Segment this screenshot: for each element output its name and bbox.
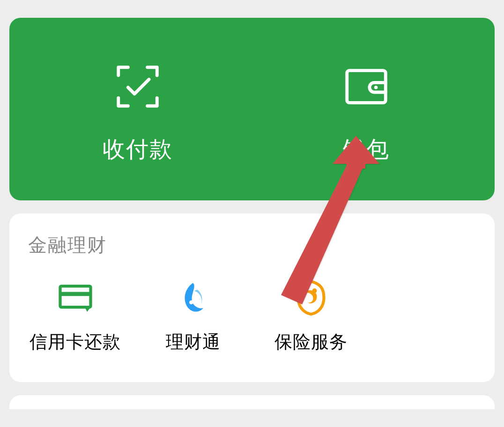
insurance-button[interactable]: 保险服务 — [252, 277, 370, 354]
finance-section-title: 金融理财 — [9, 232, 495, 258]
svg-rect-2 — [60, 286, 90, 307]
next-section-card — [9, 395, 495, 409]
insurance-label: 保险服务 — [274, 330, 348, 354]
credit-card-repay-label: 信用卡还款 — [30, 330, 121, 354]
wallet-button[interactable]: 钱包 — [252, 49, 481, 164]
svg-point-5 — [312, 288, 317, 293]
wallet-label: 钱包 — [343, 134, 390, 164]
svg-rect-3 — [60, 292, 90, 296]
pay-receive-label: 收付款 — [103, 134, 173, 164]
svg-point-4 — [189, 300, 193, 304]
credit-card-repay-button[interactable]: 信用卡还款 — [16, 277, 134, 354]
scan-check-icon — [110, 59, 166, 115]
svg-rect-0 — [347, 71, 386, 103]
finance-services-grid: 信用卡还款 理财通 保险服务 — [9, 277, 495, 354]
svg-point-1 — [374, 86, 378, 89]
payment-header-card: 收付款 钱包 — [9, 18, 495, 200]
finance-section-card: 金融理财 信用卡还款 理财通 — [9, 214, 495, 382]
licai-tong-label: 理财通 — [166, 330, 221, 354]
wallet-icon — [338, 59, 394, 115]
licai-tong-button[interactable]: 理财通 — [134, 277, 252, 354]
licai-tong-icon — [172, 277, 214, 319]
pay-receive-button[interactable]: 收付款 — [23, 49, 252, 164]
credit-card-repay-icon — [54, 277, 96, 319]
insurance-icon — [290, 277, 332, 319]
